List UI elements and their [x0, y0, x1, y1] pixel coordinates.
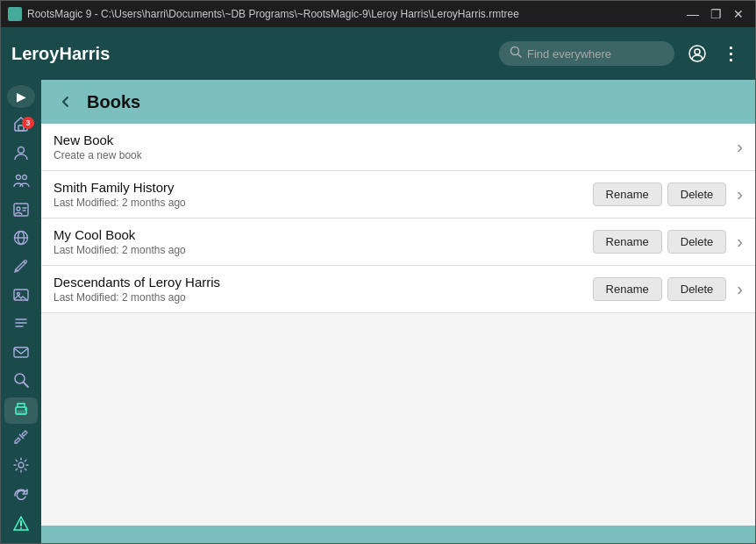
svg-rect-23: [18, 411, 25, 414]
back-button[interactable]: [53, 89, 78, 114]
book-actions-2: Rename Delete ›: [593, 277, 743, 301]
book-actions-1: Rename Delete ›: [593, 230, 743, 254]
search-icon: [510, 46, 522, 61]
app-header: LeroyHarris ⋮: [1, 27, 755, 80]
book-name-2: Descendants of Leroy Harris: [53, 275, 593, 290]
sidebar-item-tasks[interactable]: [4, 312, 38, 339]
main-area: ▶ 3: [1, 80, 755, 544]
app-container: LeroyHarris ⋮: [1, 27, 755, 544]
sidebar-item-rootsmagic-online[interactable]: [4, 513, 38, 540]
rootsmagic-online-icon: [11, 514, 31, 538]
avatar-button[interactable]: [683, 39, 711, 68]
svg-point-3: [695, 49, 700, 54]
svg-point-24: [25, 408, 26, 410]
new-book-info: New Book Create a new book: [53, 132, 731, 161]
sidebar-item-edit[interactable]: [4, 255, 38, 282]
title-bar: RootsMagic 9 - C:\Users\harri\Documents\…: [1, 1, 755, 27]
book-item-2[interactable]: Descendants of Leroy Harris Last Modifie…: [41, 266, 755, 313]
svg-point-13: [25, 261, 27, 263]
print-icon: [12, 400, 30, 422]
book-modified-1: Last Modified: 2 months ago: [53, 244, 593, 256]
title-bar-controls: — ❐ ✕: [683, 4, 748, 24]
content-area: Books New Book Create a new book ›: [41, 80, 755, 544]
delete-button-2[interactable]: Delete: [667, 277, 727, 301]
books-header: Books: [41, 80, 755, 124]
search-sidebar-icon: [12, 371, 30, 393]
rename-button-0[interactable]: Rename: [593, 183, 662, 206]
delete-button-1[interactable]: Delete: [667, 230, 727, 254]
status-bar: [41, 526, 755, 544]
sync-icon: [12, 487, 30, 509]
sidebar-item-settings[interactable]: [4, 455, 38, 481]
svg-point-29: [20, 527, 22, 529]
svg-point-5: [18, 147, 25, 153]
home-badge: 3: [22, 117, 34, 129]
book-chevron-0: ›: [737, 184, 743, 204]
svg-line-1: [518, 54, 522, 58]
title-bar-text: RootsMagic 9 - C:\Users\harri\Documents\…: [27, 8, 683, 20]
svg-point-7: [23, 175, 27, 180]
mail-icon: [12, 343, 30, 365]
book-chevron-1: ›: [737, 232, 743, 252]
rename-button-2[interactable]: Rename: [593, 277, 662, 301]
book-item-0[interactable]: Smith Family History Last Modified: 2 mo…: [41, 171, 755, 218]
menu-button[interactable]: ⋮: [717, 39, 745, 68]
close-button[interactable]: ✕: [729, 4, 748, 24]
book-info-2: Descendants of Leroy Harris Last Modifie…: [53, 275, 593, 304]
sidebar-item-play[interactable]: ▶: [7, 85, 35, 108]
svg-point-15: [18, 292, 20, 295]
delete-button-0[interactable]: Delete: [667, 183, 727, 206]
person-detail-icon: [12, 201, 30, 223]
tasks-icon: [12, 314, 30, 336]
sidebar-item-media[interactable]: [4, 283, 38, 310]
book-actions-0: Rename Delete ›: [593, 183, 743, 206]
books-title: Books: [87, 92, 743, 112]
svg-rect-19: [14, 347, 28, 357]
minimize-button[interactable]: —: [683, 4, 703, 24]
search-box[interactable]: [499, 41, 674, 66]
book-list: New Book Create a new book › Smith Famil…: [41, 124, 755, 526]
new-book-item[interactable]: New Book Create a new book ›: [41, 124, 755, 171]
sidebar-item-sync[interactable]: [4, 484, 38, 511]
maximize-button[interactable]: ❐: [706, 4, 725, 24]
sidebar-item-people[interactable]: [4, 141, 38, 168]
sidebar-item-home[interactable]: 3: [4, 113, 38, 140]
app-title: LeroyHarris: [11, 44, 499, 64]
globe-icon: [12, 229, 30, 251]
tools-icon: [12, 428, 30, 450]
svg-point-6: [17, 175, 21, 180]
search-input[interactable]: [527, 47, 650, 61]
sidebar-item-places[interactable]: [4, 226, 38, 253]
sidebar-item-search[interactable]: [4, 369, 38, 395]
book-info-0: Smith Family History Last Modified: 2 mo…: [53, 180, 593, 209]
book-name-0: Smith Family History: [53, 180, 593, 195]
app-icon: [8, 7, 22, 21]
play-icon: ▶: [17, 89, 26, 104]
sidebar-item-person-detail[interactable]: [4, 198, 38, 225]
svg-line-21: [24, 383, 28, 387]
people-icon: [12, 144, 30, 166]
media-icon: [12, 286, 30, 308]
sidebar-item-mail[interactable]: [4, 340, 38, 367]
svg-point-26: [18, 462, 24, 468]
sidebar-item-print[interactable]: [4, 397, 38, 424]
new-book-subtitle: Create a new book: [53, 149, 731, 161]
book-item-1[interactable]: My Cool Book Last Modified: 2 months ago…: [41, 218, 755, 266]
book-info-1: My Cool Book Last Modified: 2 months ago: [53, 227, 593, 256]
settings-icon: [12, 456, 30, 478]
book-name-1: My Cool Book: [53, 227, 593, 242]
sidebar-item-tools[interactable]: [4, 426, 38, 452]
new-book-actions: ›: [731, 137, 743, 157]
new-book-name: New Book: [53, 132, 731, 147]
book-chevron-2: ›: [737, 279, 743, 299]
sidebar-item-families[interactable]: [4, 169, 38, 196]
book-modified-2: Last Modified: 2 months ago: [53, 291, 593, 304]
svg-point-9: [17, 207, 20, 211]
families-icon: [12, 172, 30, 194]
edit-icon: [12, 257, 30, 279]
sidebar: ▶ 3: [1, 80, 41, 544]
new-book-chevron: ›: [737, 137, 743, 157]
book-modified-0: Last Modified: 2 months ago: [53, 197, 593, 209]
header-icons: ⋮: [683, 39, 745, 68]
rename-button-1[interactable]: Rename: [593, 230, 662, 254]
